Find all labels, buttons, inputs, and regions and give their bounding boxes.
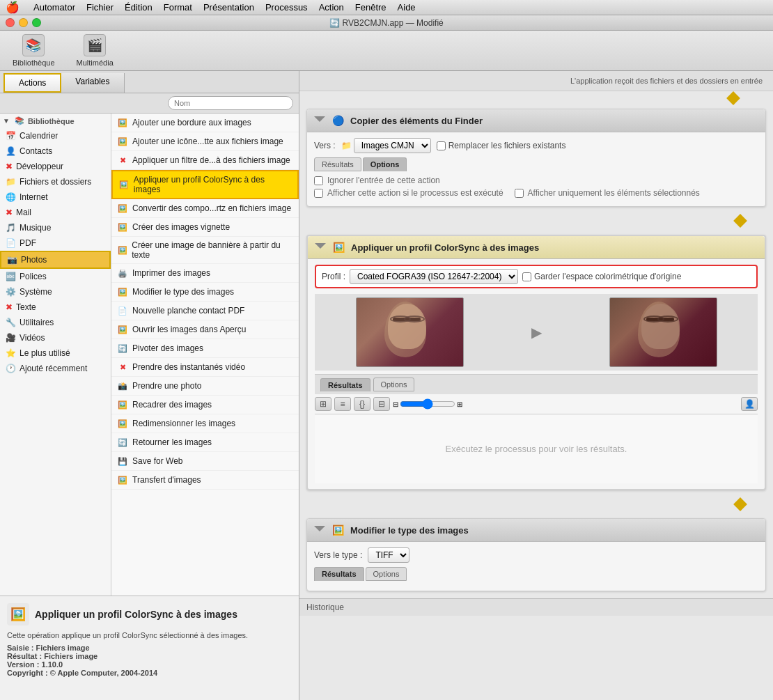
cat-calendrier-label: Calendrier <box>19 131 58 141</box>
category-internet[interactable]: 🌐 Internet <box>0 189 111 205</box>
action-convertir-compo[interactable]: 🖼️ Convertir des compo...rtz en fichiers… <box>111 199 299 218</box>
action-modifier-type[interactable]: 🖼️ Modifier le type des images <box>111 283 299 302</box>
tab-resultats-colorsync[interactable]: Résultats <box>320 378 370 391</box>
vers-row: Vers : 📁 Images CMJN Remplacer les fichi… <box>314 138 758 153</box>
card-modifier-icon: 🖼️ <box>331 523 345 537</box>
category-videos[interactable]: 🎥 Vidéos <box>0 330 111 345</box>
profile-row: Profil : Coated FOGRA39 (ISO 12647-2:200… <box>315 265 758 288</box>
menu-automator[interactable]: Automator <box>28 1 81 14</box>
window-title: 🔄 RVB2CMJN.app — Modifié <box>329 18 444 28</box>
garder-checkbox[interactable] <box>522 272 531 281</box>
remplacer-checkbox[interactable] <box>437 141 446 150</box>
action-label: Prendre une photo <box>132 381 201 391</box>
category-pdf[interactable]: 📄 PDF <box>0 235 111 251</box>
code-view-button[interactable]: {} <box>354 397 370 411</box>
category-le-plus-utilise[interactable]: ⭐ Le plus utilisé <box>0 345 111 361</box>
bibliotheque-button[interactable]: 📚 Bibliothèque <box>7 31 61 70</box>
search-input[interactable] <box>168 96 293 110</box>
close-button[interactable] <box>6 18 15 27</box>
action-save-for-web[interactable]: 💾 Save for Web <box>111 452 299 471</box>
preview-after <box>609 297 717 367</box>
tab-options-modifier[interactable]: Options <box>366 567 407 581</box>
menu-fichier[interactable]: Fichier <box>81 1 119 14</box>
category-utilitaires[interactable]: 🔧 Utilitaires <box>0 315 111 330</box>
action-transfert-images[interactable]: 🖼️ Transfert d'images <box>111 471 299 490</box>
cat-fichiers-icon: 📁 <box>6 177 16 187</box>
category-developpeur[interactable]: ✖ Développeur <box>0 159 111 174</box>
action-nouvelle-planche[interactable]: 📄 Nouvelle planche contact PDF <box>111 302 299 320</box>
action-colorsync-icon: 🖼️ <box>118 179 130 190</box>
action-appliquer-colorsync[interactable]: 🖼️ Appliquer un profil ColorSync à des i… <box>111 170 299 199</box>
menu-action[interactable]: Action <box>313 1 350 14</box>
action-ajouter-bordure[interactable]: 🖼️ Ajouter une bordure aux images <box>111 114 299 132</box>
list-view-button[interactable]: ≡ <box>334 397 351 411</box>
action-creer-image-banniere[interactable]: 🖼️ Créer une image de bannière à partir … <box>111 237 299 264</box>
action-label: Imprimer des images <box>132 268 210 278</box>
category-musique[interactable]: 🎵 Musique <box>0 220 111 235</box>
card-colorsync-collapse-button[interactable] <box>315 243 326 252</box>
apple-menu[interactable]: 🍎 <box>6 1 19 14</box>
tab-variables[interactable]: Variables <box>61 73 124 93</box>
action-icon: 💾 <box>117 456 128 467</box>
multimedia-button[interactable]: 🎬 Multimédia <box>71 31 119 70</box>
action-ouvrir-images[interactable]: 🖼️ Ouvrir les images dans Aperçu <box>111 320 299 339</box>
action-creer-images-vignette[interactable]: 🖼️ Créer des images vignette <box>111 218 299 237</box>
menu-processus[interactable]: Processus <box>260 1 313 14</box>
minimize-button[interactable] <box>19 18 28 27</box>
grid-view-button[interactable]: ⊞ <box>315 397 331 411</box>
action-icon: 🖼️ <box>117 136 128 147</box>
action-colorsync-label: Appliquer un profil ColorSync à des imag… <box>134 175 292 194</box>
action-recadrer-images[interactable]: 🖼️ Recadrer des images <box>111 396 299 414</box>
action-retourner-images[interactable]: 🔄 Retourner les images <box>111 433 299 452</box>
afficher-checkbox[interactable] <box>314 189 323 198</box>
action-label: Save for Web <box>132 456 182 466</box>
category-fichiers[interactable]: 📁 Fichiers et dossiers <box>0 174 111 189</box>
tab-resultats-copier[interactable]: Résultats <box>314 157 361 171</box>
afficher-uniquement-checkbox[interactable] <box>515 189 524 198</box>
action-prendre-photo[interactable]: 📸 Prendre une photo <box>111 377 299 396</box>
profil-select[interactable]: Coated FOGRA39 (ISO 12647-2:2004) <box>350 269 518 284</box>
menu-fenetre[interactable]: Fenêtre <box>350 1 392 14</box>
card-collapse-button[interactable] <box>314 116 325 125</box>
person-view-button[interactable]: 👤 <box>741 397 758 411</box>
menu-format[interactable]: Format <box>158 1 198 14</box>
card-modifier-collapse-button[interactable] <box>314 526 325 535</box>
menu-edition[interactable]: Édition <box>119 1 158 14</box>
ignorer-checkbox[interactable] <box>314 176 323 185</box>
category-texte[interactable]: ✖ Texte <box>0 300 111 315</box>
category-mail[interactable]: ✖ Mail <box>0 205 111 220</box>
tab-actions[interactable]: Historique Actions <box>3 73 61 93</box>
vers-select[interactable]: Images CMJN <box>354 138 431 153</box>
card-colorsync-title: Appliquer un profil ColorSync à des imag… <box>351 242 539 253</box>
maximize-button[interactable] <box>32 18 41 27</box>
menu-presentation[interactable]: Présentation <box>198 1 260 14</box>
menu-aide[interactable]: Aide <box>392 1 421 14</box>
action-ajouter-icone[interactable]: 🖼️ Ajouter une icône...tte aux fichiers … <box>111 132 299 151</box>
category-polices[interactable]: 🔤 Polices <box>0 269 111 284</box>
cat-contacts-icon: 👤 <box>6 146 16 156</box>
category-ajoute-recemment[interactable]: 🕐 Ajouté récemment <box>0 361 111 376</box>
film-view-button[interactable]: ⊟ <box>373 397 390 411</box>
tab-options-colorsync[interactable]: Options <box>373 378 415 391</box>
cat-pdf-label: PDF <box>19 238 36 248</box>
type-select[interactable]: TIFF <box>368 547 409 563</box>
action-pivoter-images[interactable]: 🔄 Pivoter des images <box>111 339 299 358</box>
preview-area: ▶ <box>315 294 758 371</box>
cat-mail-label: Mail <box>16 208 31 217</box>
action-imprimer-images[interactable]: 🖨️ Imprimer des images <box>111 264 299 283</box>
category-calendrier[interactable]: 📅 Calendrier <box>0 128 111 143</box>
category-contacts[interactable]: 👤 Contacts <box>0 143 111 159</box>
tab-options-copier[interactable]: Options <box>363 157 407 171</box>
cat-musique-icon: 🎵 <box>6 223 16 233</box>
card-colorsync-content: Profil : Coated FOGRA39 (ISO 12647-2:200… <box>308 259 765 489</box>
category-systeme[interactable]: ⚙️ Système <box>0 284 111 300</box>
category-photos[interactable]: 📷 Photos <box>0 251 111 269</box>
action-prendre-instantanes[interactable]: ✖ Prendre des instantanés vidéo <box>111 358 299 377</box>
tab-resultats-modifier[interactable]: Résultats <box>314 567 364 581</box>
category-bibliotheque-group[interactable]: ▼ 📚 Bibliothèque <box>0 114 111 128</box>
action-icon: ✖ <box>117 155 128 166</box>
size-slider[interactable] <box>400 398 455 410</box>
action-redimensionner-images[interactable]: 🖼️ Redimensionner les images <box>111 414 299 433</box>
action-appliquer-filtre[interactable]: ✖ Appliquer un filtre de...à des fichier… <box>111 151 299 170</box>
garder-checkbox-label: Garder l'espace colorimétrique d'origine <box>522 272 681 281</box>
